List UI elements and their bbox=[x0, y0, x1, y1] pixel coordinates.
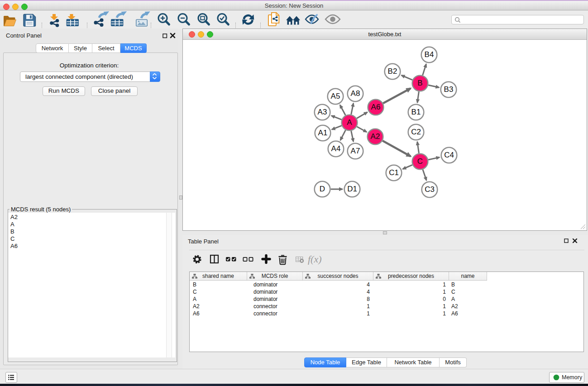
svg-text:B: B bbox=[417, 79, 422, 87]
svg-text:C1: C1 bbox=[389, 168, 399, 177]
svg-text:B4: B4 bbox=[425, 50, 434, 59]
svg-text:A5: A5 bbox=[331, 92, 340, 100]
svg-text:B2: B2 bbox=[388, 67, 397, 76]
svg-text:D1: D1 bbox=[347, 185, 357, 193]
svg-text:D: D bbox=[320, 185, 325, 193]
svg-text:C4: C4 bbox=[444, 151, 454, 159]
svg-text:C: C bbox=[417, 157, 423, 166]
svg-text:A1: A1 bbox=[318, 129, 328, 137]
svg-text:C3: C3 bbox=[425, 185, 435, 194]
svg-text:A8: A8 bbox=[351, 89, 360, 98]
svg-text:f(x): f(x) bbox=[308, 253, 322, 265]
svg-text:A3: A3 bbox=[318, 108, 327, 116]
svg-text:A7: A7 bbox=[351, 147, 360, 155]
svg-text:B1: B1 bbox=[411, 108, 421, 116]
svg-text:A2: A2 bbox=[371, 132, 380, 141]
svg-text:C2: C2 bbox=[411, 128, 421, 136]
svg-text:B3: B3 bbox=[444, 85, 454, 94]
svg-text:A: A bbox=[347, 118, 352, 127]
svg-text:A4: A4 bbox=[331, 144, 341, 153]
svg-text:A6: A6 bbox=[371, 103, 381, 111]
